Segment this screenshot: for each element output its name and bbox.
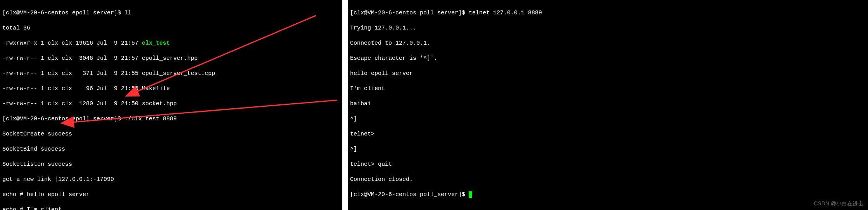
command-text: ll — [124, 10, 131, 16]
output-line: SocketListen success — [2, 161, 340, 168]
executable-name: clx_test — [142, 40, 170, 47]
cursor-icon — [469, 191, 472, 198]
shell-prompt: [clx@VM-20-6-centos poll_server]$ — [350, 191, 469, 198]
file-row: -rw-rw-r-- 1 clx clx 371 Jul 9 21:55 epo… — [2, 70, 340, 78]
output-line: Connection closed. — [350, 176, 866, 184]
output-line: echo # hello epoll server — [2, 191, 340, 199]
output-line: get a new link [127.0.0.1:-17090 — [2, 176, 340, 184]
total-line: total 36 — [2, 24, 340, 32]
watermark-text: CSDN @小白在进击 — [814, 200, 863, 207]
output-line: baibai — [350, 100, 866, 108]
prompt-line: [clx@VM-20-6-centos epoll_server]$ ll — [2, 9, 340, 17]
output-line: telnet> quit — [350, 161, 866, 168]
shell-prompt: [clx@VM-20-6-centos poll_server]$ — [350, 10, 469, 16]
prompt-line: [clx@VM-20-6-centos poll_server]$ telnet… — [350, 9, 866, 17]
prompt-line: [clx@VM-20-6-centos epoll_server]$ ./clx… — [2, 115, 340, 123]
output-line: SocketCreate success — [2, 130, 340, 138]
output-line: Escape character is '^]'. — [350, 55, 866, 62]
output-line: SocketBind success — [2, 146, 340, 153]
command-text: telnet 127.0.0.1 8889 — [469, 10, 542, 16]
file-perms: -rwxrwxr-x 1 clx clx 19616 Jul 9 21:57 — [2, 40, 142, 47]
output-line: hello epoll server — [350, 70, 866, 78]
file-row: -rw-rw-r-- 1 clx clx 96 Jul 9 21:56 Make… — [2, 85, 340, 93]
shell-prompt: [clx@VM-20-6-centos epoll_server]$ — [2, 10, 124, 16]
left-terminal[interactable]: [clx@VM-20-6-centos epoll_server]$ ll to… — [0, 0, 342, 210]
prompt-line: [clx@VM-20-6-centos poll_server]$ — [350, 191, 866, 199]
output-line: echo # I'm client — [2, 206, 340, 210]
file-row: -rwxrwxr-x 1 clx clx 19616 Jul 9 21:57 c… — [2, 40, 340, 47]
command-text: ./clx_test 8889 — [124, 116, 177, 122]
file-row: -rw-rw-r-- 1 clx clx 3046 Jul 9 21:57 ep… — [2, 55, 340, 62]
output-line: ^] — [350, 146, 866, 153]
output-line: Trying 127.0.0.1... — [350, 24, 866, 32]
output-line: I'm client — [350, 85, 866, 93]
pane-separator — [342, 0, 348, 210]
output-line: ^] — [350, 115, 866, 123]
output-line: telnet> — [350, 130, 866, 138]
file-row: -rw-rw-r-- 1 clx clx 1280 Jul 9 21:50 so… — [2, 100, 340, 108]
right-terminal[interactable]: [clx@VM-20-6-centos poll_server]$ telnet… — [348, 0, 868, 210]
shell-prompt: [clx@VM-20-6-centos epoll_server]$ — [2, 116, 124, 122]
output-line: Connected to 127.0.0.1. — [350, 40, 866, 47]
